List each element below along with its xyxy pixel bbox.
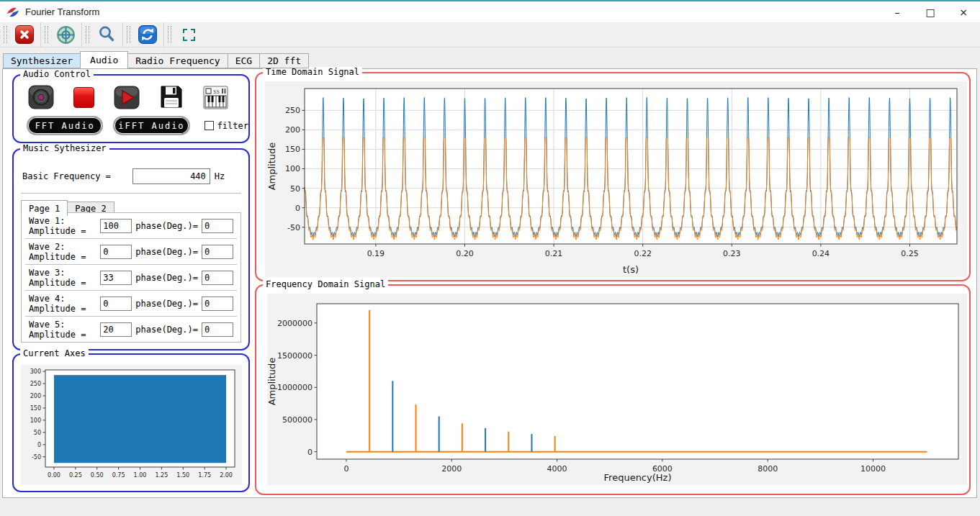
tab-2d-fft[interactable]: 2D fft (259, 53, 309, 68)
save-icon[interactable] (158, 85, 184, 109)
divider (21, 193, 241, 194)
toolbar-drag-handle[interactable] (127, 26, 130, 43)
ifft-audio-button[interactable]: iFFT Audio (113, 116, 189, 135)
wave-amplitude-label: Wave 4: Amplitude = (29, 294, 96, 314)
toolbar-drag-handle[interactable] (168, 26, 171, 43)
tab-radio-frequency[interactable]: Radio Frequency (127, 53, 228, 68)
svg-text:0.50: 0.50 (91, 472, 104, 479)
refresh-icon (138, 24, 158, 45)
region-select-tool-button[interactable] (178, 24, 199, 45)
wave-phase-input[interactable] (202, 297, 233, 311)
wave-phase-label: phase(Deg.)= (135, 325, 198, 335)
svg-text:0: 0 (295, 204, 300, 213)
wave-phase-input[interactable] (202, 245, 233, 259)
svg-text:t(s): t(s) (623, 264, 639, 275)
wave-amplitude-input[interactable] (100, 271, 132, 285)
audio-tab-page: Audio Control (2, 68, 977, 498)
wave-phase-input[interactable] (202, 322, 233, 337)
toolbar-drag-handle[interactable] (86, 26, 89, 43)
basic-frequency-input[interactable] (132, 168, 210, 184)
svg-text:0: 0 (343, 464, 349, 474)
piano-icon[interactable]: SS (203, 86, 228, 109)
tab-page-1[interactable]: Page 1 (21, 200, 68, 216)
record-icon[interactable] (28, 85, 54, 109)
wave-amplitude-label: Wave 3: Amplitude = (29, 268, 96, 288)
svg-text:0: 0 (37, 442, 41, 448)
svg-text:0.00: 0.00 (48, 472, 60, 479)
current-axes-chart: 0.000.250.500.751.001.251.501.752.00-500… (21, 365, 242, 488)
svg-text:0.24: 0.24 (812, 249, 830, 258)
svg-text:0.23: 0.23 (723, 249, 741, 258)
tab-ecg[interactable]: ECG (228, 53, 260, 68)
refresh-tool-button[interactable] (137, 24, 158, 45)
maximize-button[interactable]: □ (914, 1, 947, 22)
svg-text:-50: -50 (287, 223, 300, 232)
svg-text:8000: 8000 (758, 464, 778, 474)
music-synthesizer-group: Music Sythesizer Basic Frequency = Hz Pa… (12, 148, 250, 350)
svg-text:Amplitude: Amplitude (266, 142, 277, 191)
tab-audio[interactable]: Audio (80, 51, 128, 68)
toolbar-drag-handle[interactable] (45, 26, 48, 43)
target-icon (56, 25, 76, 45)
svg-text:150: 150 (30, 405, 41, 412)
wave-amplitude-label: Wave 2: Amplitude = (29, 242, 96, 262)
tab-label: ECG (235, 55, 252, 66)
tab-synthesizer[interactable]: Synthesizer (3, 53, 81, 68)
zoom-icon (97, 25, 116, 44)
close-tool-button[interactable] (14, 24, 35, 45)
svg-text:50: 50 (34, 430, 41, 436)
wave-phase-label: phase(Deg.)= (135, 221, 198, 231)
wave-amplitude-label: Wave 1: Amplitude = (29, 216, 96, 236)
wave-amplitude-input[interactable] (100, 297, 132, 311)
tab-label: Radio Frequency (135, 55, 220, 66)
close-button[interactable]: × (947, 1, 980, 22)
frequency-domain-chart: 0200040006000800010000050000010000001500… (267, 294, 967, 488)
svg-text:1.75: 1.75 (198, 472, 211, 479)
svg-text:50: 50 (290, 184, 300, 194)
svg-text:2000: 2000 (441, 464, 462, 474)
svg-text:0.21: 0.21 (545, 249, 563, 258)
svg-text:150: 150 (285, 145, 300, 154)
time-domain-chart: 0.190.200.210.220.230.240.25-50050100150… (265, 81, 967, 280)
target-tool-button[interactable] (55, 24, 76, 45)
basic-frequency-label: Basic Frequency = (22, 171, 111, 181)
play-icon[interactable] (114, 86, 140, 109)
wave-phase-label: phase(Deg.)= (135, 273, 198, 283)
tab-label: Page 1 (29, 204, 60, 214)
tab-label: Audio (90, 55, 118, 65)
wave-row: Wave 5: Amplitude = phase(Deg.)= (25, 316, 237, 342)
wave-phase-label: phase(Deg.)= (135, 299, 198, 309)
svg-text:250: 250 (30, 381, 41, 387)
svg-text:Amplitude: Amplitude (267, 358, 277, 406)
zoom-tool-button[interactable] (96, 24, 117, 45)
wave-phase-input[interactable] (202, 271, 233, 285)
svg-text:2000000: 2000000 (277, 319, 313, 328)
wave-amplitude-input[interactable] (100, 245, 132, 259)
svg-text:0.25: 0.25 (901, 249, 919, 258)
time-domain-group: Time Domain Signal 0.190.200.210.220.230… (255, 72, 971, 281)
svg-text:SS: SS (213, 89, 220, 94)
minimize-button[interactable]: – (881, 1, 914, 22)
svg-text:100: 100 (285, 164, 300, 173)
svg-text:1.25: 1.25 (155, 472, 168, 479)
stop-icon[interactable] (73, 87, 94, 108)
frequency-domain-group: Frequency Domain Signal 0200040006000800… (255, 284, 971, 495)
tab-label: Synthesizer (11, 55, 73, 66)
current-axes-group: Current Axes 0.000.250.500.751.001.251.5… (12, 353, 250, 492)
fft-audio-button[interactable]: FFT Audio (27, 116, 103, 135)
svg-text:1500000: 1500000 (277, 351, 313, 361)
svg-text:2.00: 2.00 (220, 472, 233, 479)
svg-text:300: 300 (30, 368, 41, 375)
svg-text:500000: 500000 (282, 415, 313, 425)
toolbar-drag-handle[interactable] (4, 26, 7, 43)
app-logo-icon (6, 6, 19, 18)
close-icon (15, 25, 34, 44)
wave-amplitude-input[interactable] (100, 219, 132, 233)
svg-text:1.50: 1.50 (176, 472, 189, 479)
filter-checkbox[interactable] (204, 121, 214, 130)
wave-settings-panel: Wave 1: Amplitude = phase(Deg.)= Wave 2:… (21, 212, 241, 343)
group-title: Current Axes (20, 348, 89, 359)
wave-amplitude-input[interactable] (100, 322, 132, 337)
wave-phase-input[interactable] (202, 219, 233, 233)
svg-text:0: 0 (307, 448, 313, 457)
